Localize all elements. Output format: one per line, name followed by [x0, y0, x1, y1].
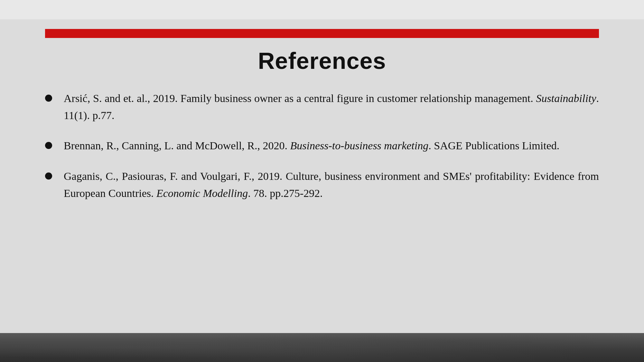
reference-text: Gaganis, C., Pasiouras, F. and Voulgari,… — [64, 168, 599, 202]
reference-text: Arsić, S. and et. al., 2019. Family busi… — [64, 90, 599, 124]
reference-text: Brennan, R., Canning, L. and McDowell, R… — [64, 137, 599, 154]
top-bar — [0, 0, 644, 19]
bullet-icon — [45, 142, 52, 149]
bullet-icon — [45, 172, 52, 180]
list-item: Gaganis, C., Pasiouras, F. and Voulgari,… — [45, 168, 599, 202]
references-list: Arsić, S. and et. al., 2019. Family busi… — [45, 90, 599, 215]
page-title: References — [45, 48, 599, 74]
list-item: Brennan, R., Canning, L. and McDowell, R… — [45, 137, 599, 154]
slide-area: References Arsić, S. and et. al., 2019. … — [0, 19, 644, 333]
list-item: Arsić, S. and et. al., 2019. Family busi… — [45, 90, 599, 124]
bottom-concrete-bar — [0, 333, 644, 362]
diagonal-stripe-bar — [45, 29, 599, 38]
bullet-icon — [45, 95, 52, 102]
